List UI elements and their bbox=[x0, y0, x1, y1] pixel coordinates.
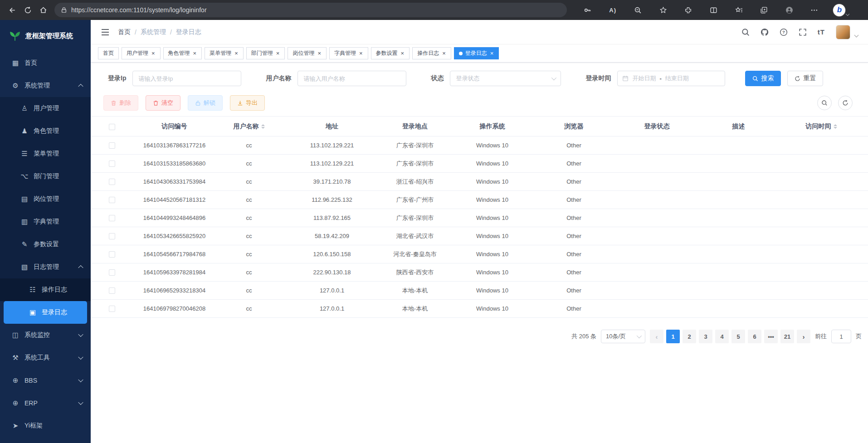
tab-close-icon[interactable]: × bbox=[276, 50, 280, 56]
add-favorite-icon[interactable] bbox=[657, 4, 669, 16]
tab-参数设置[interactable]: 参数设置× bbox=[371, 47, 410, 59]
profile-icon[interactable] bbox=[783, 4, 795, 16]
tab-登录日志[interactable]: 登录日志× bbox=[454, 47, 499, 59]
prev-page-button[interactable]: ‹ bbox=[650, 330, 663, 343]
breadcrumb-item-system[interactable]: 系统管理 bbox=[141, 28, 166, 36]
login-time-range-picker[interactable]: 开始日期 - 结束日期 bbox=[617, 71, 725, 86]
tab-操作日志[interactable]: 操作日志× bbox=[412, 47, 451, 59]
extensions-icon[interactable] bbox=[682, 4, 695, 16]
tab-部门管理[interactable]: 部门管理× bbox=[246, 47, 285, 59]
sidebar-item-home[interactable]: ▦首页 bbox=[0, 52, 91, 74]
sidebar-item-post-mgmt[interactable]: ▤岗位管理 bbox=[0, 188, 91, 210]
fullscreen-icon[interactable] bbox=[799, 28, 807, 36]
row-checkbox[interactable] bbox=[109, 197, 115, 203]
breadcrumb-item-home[interactable]: 首页 bbox=[118, 28, 131, 36]
select-all-checkbox[interactable] bbox=[109, 124, 115, 130]
user-menu-caret-icon[interactable] bbox=[854, 33, 859, 38]
page-size-select[interactable]: 10条/页 bbox=[601, 330, 645, 343]
collections-icon[interactable] bbox=[758, 4, 770, 16]
read-aloud-icon[interactable]: A) bbox=[606, 4, 619, 16]
search-icon[interactable] bbox=[741, 28, 750, 36]
tab-角色管理[interactable]: 角色管理× bbox=[163, 47, 202, 59]
help-icon[interactable]: ? bbox=[780, 28, 788, 36]
tab-close-icon[interactable]: × bbox=[317, 50, 322, 56]
browser-back-button[interactable] bbox=[5, 2, 20, 18]
reset-button[interactable]: 重置 bbox=[787, 71, 823, 86]
column-header-访问时间[interactable]: 访问时间 bbox=[775, 117, 868, 136]
font-size-icon[interactable]: tT bbox=[818, 28, 825, 36]
address-bar[interactable]: https://ccnetcore.com:1101/system/log/lo… bbox=[54, 3, 567, 17]
sidebar-item-system-monitor[interactable]: ◫系统监控 bbox=[0, 324, 91, 346]
copilot-bing-icon[interactable]: b bbox=[833, 4, 849, 16]
avatar[interactable] bbox=[836, 25, 850, 39]
row-checkbox[interactable] bbox=[109, 161, 115, 167]
sidebar-item-bbs[interactable]: ⊕BBS bbox=[0, 369, 91, 392]
page-button-21[interactable]: 21 bbox=[780, 330, 794, 343]
sidebar-item-erp[interactable]: ⊕ERP bbox=[0, 392, 91, 414]
collapse-sidebar-icon[interactable] bbox=[101, 28, 110, 37]
sidebar-item-login-log[interactable]: ▣登录日志 bbox=[4, 301, 87, 324]
goto-page-input[interactable] bbox=[831, 330, 851, 343]
github-icon[interactable] bbox=[761, 28, 769, 36]
page-button-5[interactable]: 5 bbox=[731, 330, 745, 343]
browser-home-button[interactable] bbox=[35, 2, 51, 18]
row-checkbox[interactable] bbox=[109, 233, 115, 239]
sidebar-item-log-mgmt[interactable]: ▧日志管理 bbox=[0, 256, 91, 278]
delete-button[interactable]: 删除 bbox=[103, 95, 138, 111]
tab-close-icon[interactable]: × bbox=[359, 50, 363, 56]
settings-ellipsis-icon[interactable] bbox=[808, 4, 821, 16]
split-screen-icon[interactable] bbox=[707, 4, 720, 16]
tab-字典管理[interactable]: 字典管理× bbox=[329, 47, 368, 59]
page-button-1[interactable]: 1 bbox=[666, 330, 680, 343]
browser-refresh-button[interactable] bbox=[20, 2, 35, 18]
row-checkbox[interactable] bbox=[109, 306, 115, 312]
sidebar-item-op-log[interactable]: ☷操作日志 bbox=[0, 278, 91, 301]
clear-button[interactable]: 清空 bbox=[146, 95, 180, 111]
sidebar-item-menu-mgmt[interactable]: ☰菜单管理 bbox=[0, 142, 91, 165]
user-name-input[interactable] bbox=[297, 71, 406, 86]
tab-close-icon[interactable]: × bbox=[193, 50, 197, 56]
tab-close-icon[interactable]: × bbox=[400, 50, 405, 56]
page-ellipsis[interactable]: ••• bbox=[764, 330, 778, 343]
row-checkbox[interactable] bbox=[109, 251, 115, 258]
tab-close-icon[interactable]: × bbox=[490, 50, 494, 56]
tab-岗位管理[interactable]: 岗位管理× bbox=[288, 47, 327, 59]
tab-close-icon[interactable]: × bbox=[151, 50, 156, 56]
row-checkbox[interactable] bbox=[109, 142, 115, 149]
sort-caret-icon[interactable] bbox=[261, 124, 265, 129]
favorites-icon[interactable] bbox=[732, 4, 745, 16]
row-checkbox[interactable] bbox=[109, 287, 115, 294]
zoom-out-icon[interactable] bbox=[632, 4, 644, 16]
export-button[interactable]: 导出 bbox=[230, 95, 265, 111]
sidebar-item-yi-framework[interactable]: ➤Yi框架 bbox=[0, 414, 91, 437]
sidebar-item-user-mgmt[interactable]: ♙用户管理 bbox=[0, 97, 91, 120]
sidebar-item-dept-mgmt[interactable]: ⌥部门管理 bbox=[0, 165, 91, 188]
unlock-button[interactable]: 解锁 bbox=[188, 95, 223, 111]
table-search-button[interactable] bbox=[817, 96, 832, 110]
key-icon[interactable] bbox=[581, 4, 594, 16]
tab-close-icon[interactable]: × bbox=[234, 50, 239, 56]
row-checkbox[interactable] bbox=[109, 179, 115, 185]
row-checkbox[interactable] bbox=[109, 215, 115, 221]
column-header-用户名称[interactable]: 用户名称 bbox=[216, 117, 282, 136]
login-ip-input[interactable] bbox=[132, 71, 241, 86]
sidebar-item-param-settings[interactable]: ✎参数设置 bbox=[0, 233, 91, 256]
page-button-4[interactable]: 4 bbox=[715, 330, 729, 343]
page-button-6[interactable]: 6 bbox=[748, 330, 761, 343]
tab-菜单管理[interactable]: 菜单管理× bbox=[205, 47, 244, 59]
next-page-button[interactable]: › bbox=[797, 330, 810, 343]
page-button-2[interactable]: 2 bbox=[683, 330, 696, 343]
tab-用户管理[interactable]: 用户管理× bbox=[122, 47, 161, 59]
table-refresh-button[interactable] bbox=[838, 96, 853, 110]
sidebar-item-dict-mgmt[interactable]: ▥字典管理 bbox=[0, 210, 91, 233]
sidebar-item-system-mgmt[interactable]: ⚙系统管理 bbox=[0, 74, 91, 97]
sort-caret-icon[interactable] bbox=[834, 124, 837, 129]
page-button-3[interactable]: 3 bbox=[699, 330, 712, 343]
status-select[interactable]: 登录状态 bbox=[450, 71, 561, 86]
tab-首页[interactable]: 首页 bbox=[98, 47, 119, 59]
sidebar-item-system-tools[interactable]: ⚒系统工具 bbox=[0, 346, 91, 369]
tab-close-icon[interactable]: × bbox=[442, 50, 446, 56]
search-button[interactable]: 搜索 bbox=[745, 71, 781, 86]
sidebar-item-role-mgmt[interactable]: ♟角色管理 bbox=[0, 120, 91, 142]
row-checkbox[interactable] bbox=[109, 269, 115, 276]
